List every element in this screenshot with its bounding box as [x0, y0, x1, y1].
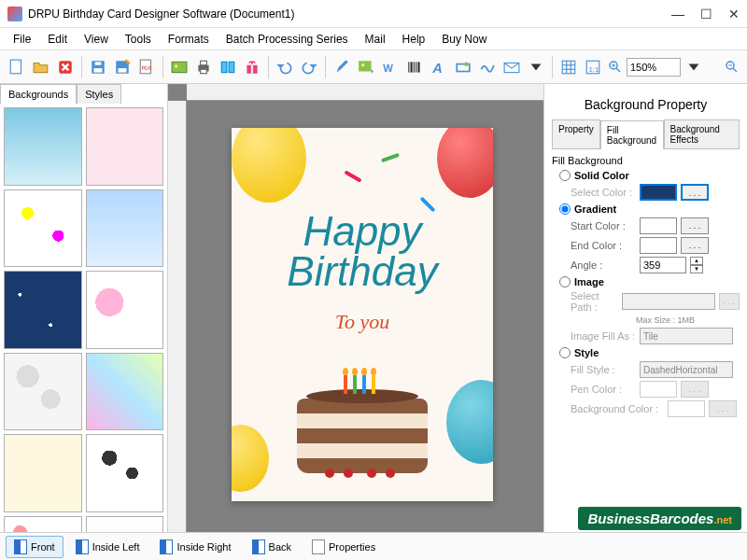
- pen-icon[interactable]: [331, 56, 353, 78]
- dropdown-icon[interactable]: [525, 56, 547, 78]
- gift-icon[interactable]: [241, 56, 263, 78]
- close-button[interactable]: ✕: [728, 8, 740, 20]
- bg-thumb[interactable]: [86, 516, 164, 533]
- page-front[interactable]: Front: [6, 536, 63, 558]
- spinner-down[interactable]: ▼: [690, 265, 703, 273]
- svg-rect-22: [411, 62, 413, 72]
- undo-icon[interactable]: [274, 56, 296, 78]
- menu-buy[interactable]: Buy Now: [434, 31, 494, 48]
- bg-thumb[interactable]: [4, 353, 82, 431]
- balloon-icon: [232, 128, 306, 203]
- export-image-icon[interactable]: [168, 56, 190, 78]
- page-icon: [160, 539, 173, 554]
- spinner-up[interactable]: ▲: [690, 257, 703, 265]
- svg-point-28: [464, 62, 469, 66]
- zoom-input[interactable]: [627, 58, 681, 77]
- bg-thumb[interactable]: [4, 271, 82, 349]
- menu-help[interactable]: Help: [395, 31, 433, 48]
- export-pdf-icon[interactable]: PDF: [135, 56, 158, 78]
- svg-rect-15: [229, 62, 234, 72]
- page-inside-left[interactable]: Inside Left: [67, 536, 148, 558]
- svg-text:1:1: 1:1: [589, 64, 599, 73]
- path-input: [622, 293, 715, 310]
- menu-view[interactable]: View: [77, 31, 116, 48]
- color-swatch[interactable]: [640, 237, 677, 254]
- cards-icon[interactable]: [217, 56, 239, 78]
- canvas-area[interactable]: HappyBirthday To you: [168, 84, 543, 532]
- zoom-in-icon[interactable]: [606, 58, 625, 77]
- left-panel: Backgrounds Styles: [0, 84, 168, 532]
- page-back[interactable]: Back: [244, 536, 300, 558]
- save-icon[interactable]: [87, 56, 109, 78]
- bg-thumb[interactable]: [86, 353, 164, 431]
- menu-formats[interactable]: Formats: [161, 31, 217, 48]
- svg-rect-18: [359, 61, 372, 71]
- color-swatch[interactable]: [640, 217, 677, 234]
- tab-backgrounds[interactable]: Backgrounds: [0, 84, 77, 104]
- color-swatch: [640, 381, 677, 398]
- close-file-icon[interactable]: [54, 56, 77, 78]
- svg-rect-24: [416, 62, 416, 72]
- radio-image[interactable]: [559, 276, 571, 287]
- angle-input[interactable]: [640, 257, 686, 273]
- svg-rect-9: [172, 62, 187, 72]
- redo-icon[interactable]: [298, 56, 320, 78]
- tab-styles[interactable]: Styles: [77, 84, 121, 104]
- maximize-button[interactable]: ☐: [700, 8, 712, 20]
- color-swatch: [668, 400, 705, 417]
- grid-icon[interactable]: [557, 56, 580, 78]
- confetti-icon: [420, 197, 436, 213]
- new-icon[interactable]: [6, 56, 28, 78]
- bg-thumb[interactable]: [4, 516, 82, 533]
- bg-thumb[interactable]: [4, 434, 82, 512]
- radio-solid[interactable]: [559, 170, 571, 181]
- menu-mail[interactable]: Mail: [358, 31, 393, 48]
- color-picker-button[interactable]: . . .: [681, 237, 709, 254]
- bg-thumb[interactable]: [4, 189, 82, 268]
- svg-rect-14: [221, 62, 227, 72]
- zoom-out-icon[interactable]: [723, 58, 741, 77]
- radio-style[interactable]: [559, 347, 571, 358]
- menu-bar: File Edit View Tools Formats Batch Proce…: [0, 28, 747, 50]
- print-icon[interactable]: [192, 56, 215, 78]
- shape-icon[interactable]: [452, 56, 474, 78]
- radio-gradient[interactable]: [559, 203, 571, 215]
- minimize-button[interactable]: —: [672, 8, 684, 20]
- text-icon[interactable]: A: [428, 56, 450, 78]
- bg-thumb[interactable]: [86, 189, 164, 268]
- svg-text:W: W: [383, 62, 393, 73]
- label-end-color: End Color :: [571, 240, 636, 251]
- browse-button: . . .: [719, 293, 740, 310]
- wordart-icon[interactable]: W: [379, 56, 402, 78]
- bg-thumb[interactable]: [86, 271, 164, 349]
- bg-thumb[interactable]: [86, 434, 164, 512]
- color-swatch[interactable]: [640, 184, 677, 201]
- image-insert-icon[interactable]: [355, 56, 377, 78]
- signature-icon[interactable]: [476, 56, 499, 78]
- menu-file[interactable]: File: [6, 31, 38, 48]
- section-label: Fill Background: [552, 155, 740, 166]
- mail-icon[interactable]: [500, 56, 523, 78]
- barcode-icon[interactable]: [403, 56, 426, 78]
- balloon-icon: [232, 425, 269, 492]
- menu-edit[interactable]: Edit: [40, 31, 75, 48]
- card-canvas[interactable]: HappyBirthday To you: [232, 128, 493, 501]
- tab-property[interactable]: Property: [552, 119, 600, 148]
- color-picker-button[interactable]: . . .: [681, 184, 709, 201]
- page-properties[interactable]: Properties: [303, 536, 384, 558]
- menu-tools[interactable]: Tools: [118, 31, 159, 48]
- page-inside-right[interactable]: Inside Right: [151, 536, 239, 558]
- svg-rect-6: [119, 68, 127, 73]
- menu-batch[interactable]: Batch Processing Series: [218, 31, 356, 48]
- fit-icon[interactable]: 1:1: [582, 56, 604, 78]
- card-title: HappyBirthday: [232, 212, 493, 292]
- tab-background-effects[interactable]: Background Effects: [664, 119, 740, 148]
- save-as-icon[interactable]: [111, 56, 134, 78]
- tab-fill-background[interactable]: Fill Background: [600, 120, 664, 149]
- bg-thumb[interactable]: [86, 107, 164, 186]
- open-icon[interactable]: [30, 56, 52, 78]
- color-picker-button[interactable]: . . .: [681, 217, 709, 234]
- zoom-dropdown-icon[interactable]: [683, 56, 705, 78]
- property-panel: Background Property Property Fill Backgr…: [543, 84, 747, 532]
- bg-thumb[interactable]: [4, 107, 82, 186]
